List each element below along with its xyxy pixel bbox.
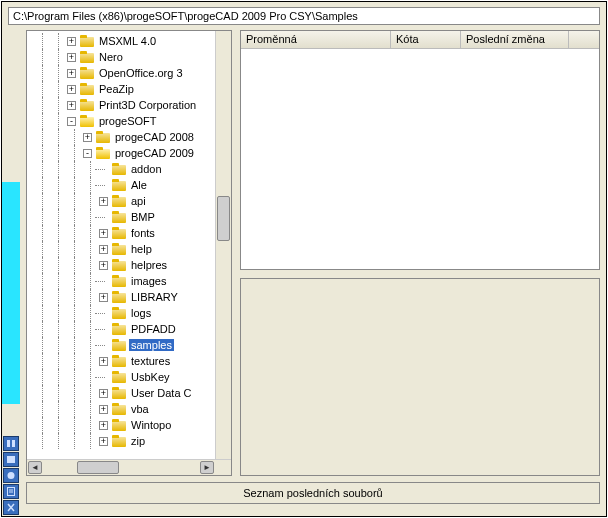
sidebar-button-record[interactable] [3,468,19,483]
tree-node[interactable]: +Nero [27,49,231,65]
tree-node[interactable]: BMP [27,209,231,225]
tree-node-label: help [129,243,154,255]
svg-rect-2 [7,456,15,463]
collapse-icon[interactable]: - [67,117,76,126]
scroll-right-button[interactable]: ► [200,461,214,474]
tree-node[interactable]: +User Data C [27,385,231,401]
tree-node[interactable]: samples [27,337,231,353]
folder-icon [80,51,94,63]
tree-node-label: MSXML 4.0 [97,35,158,47]
tree-connector [99,309,108,318]
folder-tree[interactable]: +MSXML 4.0+Nero+OpenOffice.org 3+PeaZip+… [27,31,231,449]
folder-icon [112,275,126,287]
svg-rect-0 [7,440,10,447]
folder-icon [80,67,94,79]
tree-node[interactable]: +vba [27,401,231,417]
tree-vertical-scrollbar[interactable] [215,31,231,459]
tree-connector [99,181,108,190]
tree-node[interactable]: +OpenOffice.org 3 [27,65,231,81]
tree-connector [99,165,108,174]
scroll-thumb[interactable] [77,461,119,474]
folder-open-icon [96,147,110,159]
scroll-left-button[interactable]: ◄ [28,461,42,474]
expand-icon[interactable]: + [83,133,92,142]
tree-node-label: Print3D Corporation [97,99,198,111]
expand-icon[interactable]: + [99,421,108,430]
tree-node[interactable]: logs [27,305,231,321]
column-header-bound[interactable]: Kóta [391,31,461,48]
expand-icon[interactable]: + [99,389,108,398]
tree-node[interactable]: +Print3D Corporation [27,97,231,113]
tree-node[interactable]: +textures [27,353,231,369]
tree-node[interactable]: +fonts [27,225,231,241]
tree-node-label: progeSOFT [97,115,158,127]
expand-icon[interactable]: + [99,437,108,446]
tree-node[interactable]: +zip [27,433,231,449]
expand-icon[interactable]: + [67,101,76,110]
svg-rect-1 [12,440,15,447]
column-header-last-modified[interactable]: Poslední změna [461,31,569,48]
tree-node-label: BMP [129,211,157,223]
tree-node-label: zip [129,435,147,447]
tree-node[interactable]: addon [27,161,231,177]
tree-node-label: PDFADD [129,323,178,335]
tree-horizontal-scrollbar[interactable]: ◄ ► [27,459,231,475]
collapse-icon[interactable]: - [83,149,92,158]
column-header-spacer[interactable] [569,31,599,48]
folder-icon [112,195,126,207]
expand-icon[interactable]: + [99,261,108,270]
left-sidebar [2,182,24,516]
expand-icon[interactable]: + [67,37,76,46]
folder-icon [112,291,126,303]
scroll-corner [215,460,231,475]
tree-node[interactable]: images [27,273,231,289]
expand-icon[interactable]: + [99,405,108,414]
tree-node[interactable]: PDFADD [27,321,231,337]
expand-icon[interactable]: + [99,245,108,254]
sidebar-button-close[interactable] [3,500,19,515]
recent-files-button[interactable]: Seznam posledních souborů [26,482,600,504]
tree-node[interactable]: +Wintopo [27,417,231,433]
folder-icon [112,323,126,335]
folder-icon [112,307,126,319]
tree-node[interactable]: -progeCAD 2009 [27,145,231,161]
folder-icon [80,83,94,95]
column-header-variable[interactable]: Proměnná [241,31,391,48]
folder-tree-panel: +MSXML 4.0+Nero+OpenOffice.org 3+PeaZip+… [26,30,232,476]
tree-node[interactable]: UsbKey [27,369,231,385]
tree-node-label: samples [129,339,174,351]
sidebar-button-stop[interactable] [3,452,19,467]
tree-node[interactable]: +help [27,241,231,257]
expand-icon[interactable]: + [99,357,108,366]
folder-icon [112,339,126,351]
tree-node[interactable]: +MSXML 4.0 [27,33,231,49]
tree-node[interactable]: +LIBRARY [27,289,231,305]
svg-point-3 [8,472,15,479]
tree-node-label: Wintopo [129,419,173,431]
tree-node[interactable]: Ale [27,177,231,193]
tree-node-label: fonts [129,227,157,239]
expand-icon[interactable]: + [67,69,76,78]
expand-icon[interactable]: + [67,85,76,94]
path-bar[interactable]: C:\Program Files (x86)\progeSOFT\progeCA… [8,7,600,25]
folder-icon [112,371,126,383]
tree-node-label: api [129,195,148,207]
expand-icon[interactable]: + [99,197,108,206]
sidebar-highlight-strip [2,182,20,404]
tree-node[interactable]: +PeaZip [27,81,231,97]
tree-node[interactable]: +progeCAD 2008 [27,129,231,145]
expand-icon[interactable]: + [67,53,76,62]
tree-node[interactable]: +api [27,193,231,209]
sidebar-button-pause[interactable] [3,436,19,451]
scroll-thumb[interactable] [217,196,230,241]
folder-icon [112,259,126,271]
expand-icon[interactable]: + [99,229,108,238]
tree-node[interactable]: +helpres [27,257,231,273]
tree-connector [99,213,108,222]
expand-icon[interactable]: + [99,293,108,302]
tree-connector [99,373,108,382]
tree-node-label: images [129,275,168,287]
tree-node[interactable]: -progeSOFT [27,113,231,129]
sidebar-button-doc[interactable] [3,484,19,499]
tree-node-label: progeCAD 2009 [113,147,196,159]
